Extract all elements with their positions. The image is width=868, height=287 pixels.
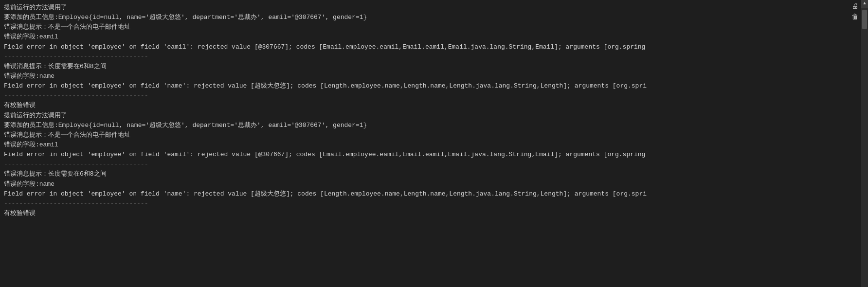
print-icon[interactable]: 🖨	[850, 2, 859, 11]
log-line: 有校验错误	[4, 209, 864, 218]
log-line: 错误消息提示：不是一个合法的电子邮件地址	[4, 22, 864, 32]
scrollbar-up-button[interactable]: ▲	[861, 0, 868, 8]
log-line: 错误的字段:name	[4, 72, 864, 81]
log-line: Field error in object 'employee' on fiel…	[4, 42, 864, 52]
log-line: 错误的字段:eamil	[4, 32, 864, 42]
log-line: 有校验错误	[4, 101, 864, 110]
log-line: Field error in object 'employee' on fiel…	[4, 81, 864, 91]
toolbar: 🖨 🗑	[850, 2, 859, 21]
scrollbar-thumb[interactable]	[862, 10, 867, 29]
log-line: --------------------------------------	[4, 91, 864, 101]
log-line: --------------------------------------	[4, 160, 864, 169]
scrollbar-track: ▲	[861, 0, 868, 287]
console-container: 🖨 🗑 提前运行的方法调用了要添加的员工信息:Employee{id=null,…	[0, 0, 868, 287]
log-line: 错误消息提示：长度需要在6和8之间	[4, 62, 864, 72]
delete-icon[interactable]: 🗑	[850, 13, 859, 21]
log-line: 错误的字段:name	[4, 179, 864, 189]
log-line: Field error in object 'employee' on fiel…	[4, 189, 864, 199]
log-line: --------------------------------------	[4, 199, 864, 209]
log-line: Field error in object 'employee' on fiel…	[4, 150, 864, 160]
log-line: 要添加的员工信息:Employee{id=null, name='超级大忽悠',…	[4, 121, 864, 130]
log-line: 要添加的员工信息:Employee{id=null, name='超级大忽悠',…	[4, 13, 864, 22]
log-line: 提前运行的方法调用了	[4, 111, 864, 121]
log-line: 提前运行的方法调用了	[4, 3, 864, 13]
log-line: 错误消息提示：不是一个合法的电子邮件地址	[4, 130, 864, 140]
log-line: 错误的字段:eamil	[4, 140, 864, 150]
log-line: 错误消息提示：长度需要在6和8之间	[4, 169, 864, 179]
console-output: 提前运行的方法调用了要添加的员工信息:Employee{id=null, nam…	[0, 2, 868, 219]
log-line: --------------------------------------	[4, 52, 864, 62]
